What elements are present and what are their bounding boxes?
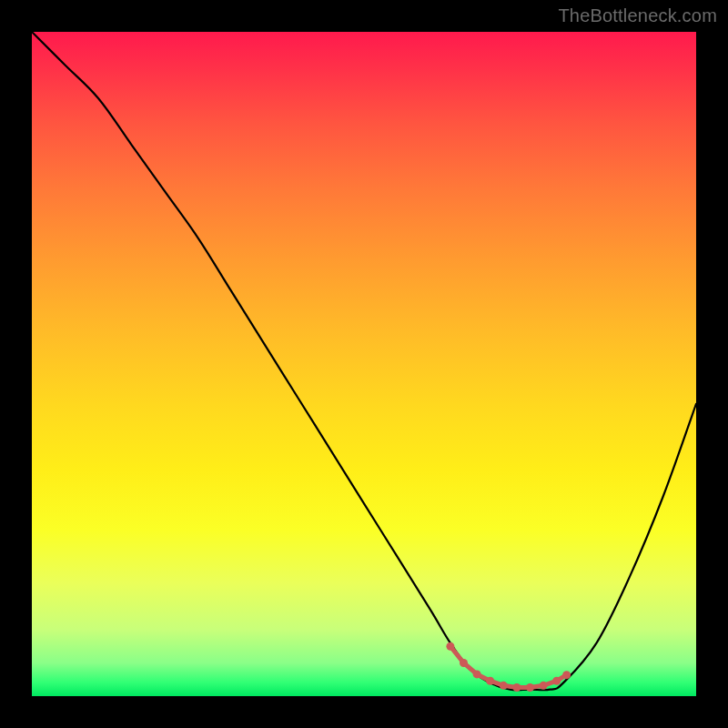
chart-svg	[32, 32, 696, 696]
watermark-text: TheBottleneck.com	[558, 5, 717, 26]
bottleneck-curve-line	[32, 32, 696, 690]
optimal-range-connector	[450, 646, 567, 687]
chart-plot-area	[32, 32, 696, 696]
